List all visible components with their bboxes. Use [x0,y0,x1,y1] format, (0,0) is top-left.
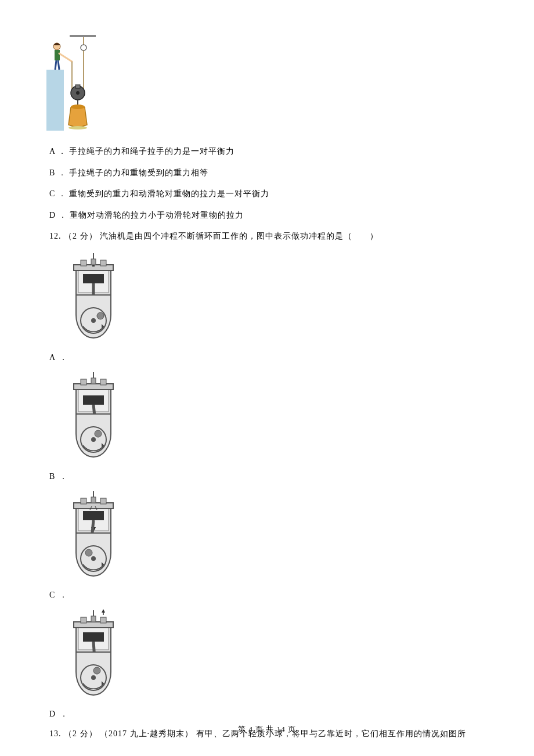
svg-rect-33 [100,379,106,385]
svg-rect-51 [83,511,104,520]
q11-option-d[interactable]: D ．重物对动滑轮的拉力小于动滑轮对重物的拉力 [49,209,485,222]
engine-diagram-c [66,489,121,589]
q11-option-b[interactable]: B ．手拉绳子的力和重物受到的重力相等 [49,167,485,179]
option-label: B ． [49,168,67,177]
q11-option-c[interactable]: C ．重物受到的重力和动滑轮对重物的拉力是一对平衡力 [49,188,485,200]
option-text: 重物受到的重力和动滑轮对重物的拉力是一对平衡力 [69,189,269,198]
svg-rect-62 [81,617,86,623]
pulley-diagram [46,35,485,135]
svg-rect-32 [81,379,86,385]
svg-rect-48 [91,497,96,503]
svg-point-39 [91,437,96,442]
q12-option-b[interactable]: B ． [49,370,485,483]
svg-point-40 [95,430,102,437]
option-text: 手拉绳子的力和重物受到的重力相等 [69,168,208,177]
svg-line-6 [59,53,72,62]
svg-point-14 [68,126,87,129]
svg-rect-11 [75,85,80,88]
svg-rect-36 [83,395,104,405]
svg-rect-3 [46,70,64,131]
q12-option-a[interactable]: A ． [49,251,485,364]
svg-rect-46 [100,498,106,504]
svg-point-10 [76,91,80,95]
svg-rect-31 [74,384,113,390]
option-label: C ． [49,189,67,198]
svg-point-13 [71,105,85,109]
svg-rect-45 [81,498,86,504]
svg-rect-65 [91,616,96,622]
svg-rect-21 [91,259,96,265]
option-text: 手拉绳子的力和绳子拉手的力是一对平衡力 [69,147,234,156]
svg-rect-0 [70,35,96,37]
page-footer: 第 4 页 共 14 页 [0,723,534,736]
option-label: B ． [49,470,68,483]
svg-rect-19 [100,260,106,266]
option-label: A ． [49,147,67,156]
option-label: C ． [49,589,68,602]
q12-option-d[interactable]: D ． [49,608,485,721]
option-label: D ． [49,708,69,721]
svg-rect-61 [74,622,113,628]
q12-stem: 12. （2 分） 汽油机是由四个冲程不断循环而工作的，图中表示做功冲程的是（ … [49,230,485,243]
svg-point-2 [81,45,86,51]
option-label: D ． [49,211,67,219]
svg-point-72 [93,667,100,674]
svg-point-71 [91,675,96,680]
svg-point-27 [97,312,104,319]
option-text: 重物对动滑轮的拉力小于动滑轮对重物的拉力 [70,211,244,219]
q12-option-c[interactable]: C ． [49,489,485,602]
svg-line-7 [55,60,56,70]
svg-point-26 [91,318,96,323]
svg-rect-68 [83,632,104,642]
question-points: （2 分） [64,232,98,240]
svg-rect-44 [74,503,113,509]
svg-point-56 [91,556,96,561]
engine-diagram-b [66,370,121,470]
svg-point-57 [85,549,92,556]
engine-diagram-d [66,608,121,708]
option-label: A ． [49,351,68,364]
svg-marker-67 [102,609,105,613]
svg-line-8 [58,60,59,70]
question-number: 12. [49,232,62,240]
svg-rect-35 [91,378,96,384]
svg-rect-18 [81,260,86,266]
svg-rect-23 [83,274,104,283]
svg-rect-63 [100,617,106,623]
question-text: 汽油机是由四个冲程不断循环而工作的，图中表示做功冲程的是（ ） [100,232,378,240]
engine-diagram-a [66,251,121,351]
q11-option-a[interactable]: A ．手拉绳子的力和绳子拉手的力是一对平衡力 [49,145,485,158]
svg-rect-5 [55,50,60,60]
